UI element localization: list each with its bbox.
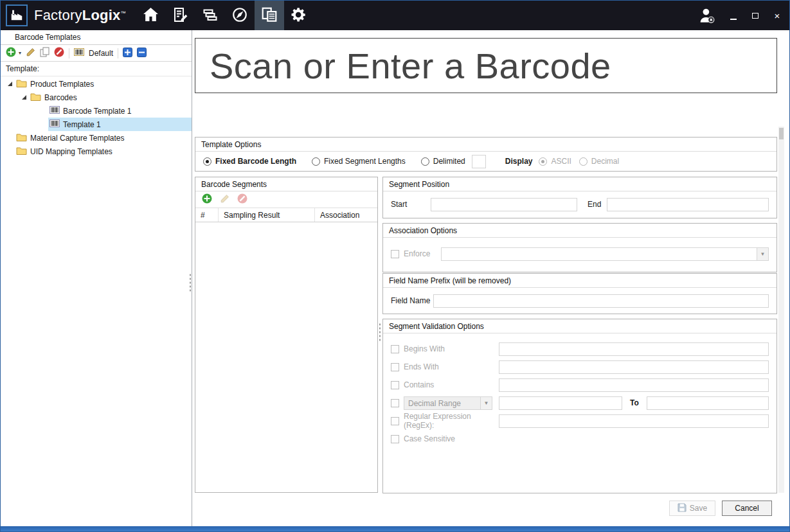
tree-item-barcodes[interactable]: Barcodes bbox=[1, 91, 192, 104]
regex-input[interactable] bbox=[499, 414, 769, 428]
radio-fixed-segment-lengths[interactable]: Fixed Segment Lengths bbox=[312, 157, 406, 166]
radio-delimited[interactable]: Delimited bbox=[421, 157, 465, 166]
template-label: Template: bbox=[1, 62, 192, 76]
group-title: Segment Position bbox=[383, 177, 777, 191]
edit-segment-button[interactable] bbox=[220, 194, 229, 206]
enforce-label: Enforce bbox=[404, 249, 441, 258]
enforce-checkbox[interactable] bbox=[391, 250, 399, 258]
vertical-scrollbar[interactable] bbox=[778, 127, 784, 493]
chevron-down-icon[interactable]: ▼ bbox=[480, 397, 492, 409]
delimiter-input[interactable] bbox=[472, 155, 486, 168]
radio-dot bbox=[579, 157, 588, 166]
scrollbar-thumb[interactable] bbox=[779, 128, 784, 139]
selected-tree-item[interactable]: Template 1 bbox=[48, 118, 192, 131]
panel-splitter-handle[interactable] bbox=[379, 323, 381, 342]
default-barcode-icon[interactable] bbox=[74, 48, 84, 58]
combo-value: Decimal Range bbox=[408, 397, 461, 410]
remove-segment-button[interactable] bbox=[237, 193, 247, 206]
radio-ascii[interactable]: ASCII bbox=[539, 157, 571, 166]
sidebar-splitter-handle[interactable] bbox=[189, 273, 192, 292]
edit-template-button[interactable] bbox=[26, 48, 35, 59]
contains-checkbox[interactable] bbox=[391, 381, 399, 389]
add-template-button[interactable] bbox=[6, 47, 16, 59]
end-label: End bbox=[588, 200, 603, 209]
tree-item-product-templates[interactable]: Product Templates bbox=[1, 77, 192, 91]
contains-input[interactable] bbox=[499, 378, 769, 392]
minimize-button[interactable] bbox=[729, 11, 738, 20]
start-label: Start bbox=[391, 200, 431, 209]
barcode-segments-panel: Barcode Segments # Sampling Result Ass bbox=[195, 177, 378, 493]
begins-with-checkbox[interactable] bbox=[391, 345, 399, 353]
range-from-input[interactable] bbox=[499, 396, 622, 410]
ends-with-label: Ends With bbox=[404, 362, 439, 371]
tree-item-label: Template 1 bbox=[63, 120, 101, 129]
maximize-button[interactable] bbox=[751, 11, 760, 20]
display-label: Display bbox=[505, 157, 533, 166]
copy-template-button[interactable] bbox=[40, 47, 49, 59]
app-logo-icon bbox=[6, 4, 28, 26]
expand-all-button[interactable] bbox=[123, 48, 132, 59]
column-num[interactable]: # bbox=[195, 208, 219, 222]
add-dropdown-icon[interactable]: ▾ bbox=[19, 50, 21, 56]
template-options-row: Fixed Barcode Length Fixed Segment Lengt… bbox=[195, 152, 777, 171]
tree-item-barcode-template-1[interactable]: Barcode Template 1 bbox=[1, 104, 192, 118]
range-row: Decimal Range ▼ To bbox=[383, 394, 777, 412]
radio-decimal[interactable]: Decimal bbox=[579, 157, 619, 166]
column-sampling-result[interactable]: Sampling Result bbox=[219, 208, 315, 222]
ends-with-checkbox[interactable] bbox=[391, 363, 399, 371]
range-checkbox[interactable] bbox=[391, 399, 399, 407]
field-name-label: Field Name bbox=[391, 296, 433, 305]
end-input[interactable] bbox=[607, 198, 769, 211]
barcode-icon bbox=[49, 120, 60, 129]
barcode-scan-input[interactable]: Scan or Enter a Barcode bbox=[195, 38, 777, 93]
remove-template-button[interactable] bbox=[54, 47, 64, 59]
collapse-all-button[interactable] bbox=[137, 48, 147, 59]
association-combobox[interactable]: ▼ bbox=[441, 247, 769, 261]
case-sensitive-checkbox[interactable] bbox=[391, 435, 399, 443]
expander-icon[interactable] bbox=[20, 93, 29, 102]
ends-with-input[interactable] bbox=[499, 360, 769, 374]
field-name-row: Field Name bbox=[383, 288, 777, 314]
segment-validation-group: Segment Validation Options Begins With E… bbox=[382, 319, 777, 493]
cancel-button[interactable]: Cancel bbox=[722, 501, 772, 516]
nav-quality[interactable] bbox=[225, 1, 255, 30]
contains-row: Contains bbox=[383, 376, 777, 394]
expander-icon[interactable] bbox=[6, 80, 15, 89]
app-window: FactoryLogix™ bbox=[0, 0, 790, 532]
user-logout-icon[interactable] bbox=[698, 8, 716, 23]
tree-item-material-capture-templates[interactable]: Material Capture Templates bbox=[1, 131, 192, 145]
field-name-input[interactable] bbox=[433, 294, 769, 308]
chevron-down-icon[interactable]: ▼ bbox=[757, 248, 768, 260]
template-options-group: Template Options Fixed Barcode Length Fi… bbox=[195, 137, 777, 172]
sidebar-title: Barcode Templates bbox=[1, 30, 192, 45]
nav-home[interactable] bbox=[136, 1, 166, 30]
tree-item-template-1[interactable]: Template 1 bbox=[1, 118, 192, 131]
main-content: Scan or Enter a Barcode Template Options… bbox=[192, 30, 789, 526]
regex-checkbox[interactable] bbox=[391, 417, 399, 425]
begins-with-input[interactable] bbox=[499, 342, 769, 356]
column-association[interactable]: Association bbox=[315, 208, 377, 222]
barcode-icon bbox=[49, 106, 60, 116]
radio-fixed-barcode-length[interactable]: Fixed Barcode Length bbox=[203, 157, 296, 166]
range-type-combobox[interactable]: Decimal Range ▼ bbox=[404, 396, 492, 410]
nav-production[interactable] bbox=[166, 1, 195, 30]
folder-icon bbox=[16, 133, 27, 143]
nav-settings[interactable] bbox=[284, 1, 314, 30]
nav-materials[interactable] bbox=[195, 1, 225, 30]
tree-item-label: Product Templates bbox=[30, 80, 94, 89]
save-icon bbox=[678, 503, 687, 514]
tree-item-label: Material Capture Templates bbox=[30, 134, 125, 143]
folder-icon bbox=[16, 79, 27, 89]
radio-label: Delimited bbox=[433, 157, 465, 166]
radio-dot bbox=[312, 157, 320, 166]
save-button[interactable]: Save bbox=[669, 501, 715, 516]
start-input[interactable] bbox=[431, 198, 577, 211]
segment-position-row: Start End bbox=[383, 191, 777, 217]
to-label: To bbox=[630, 398, 639, 407]
field-name-prefix-group: Field Name Prefix (will be removed) Fiel… bbox=[382, 273, 777, 314]
add-segment-button[interactable] bbox=[202, 193, 212, 206]
close-button[interactable]: × bbox=[773, 11, 782, 20]
tree-item-uid-mapping-templates[interactable]: UID Mapping Templates bbox=[1, 145, 192, 158]
nav-templates[interactable] bbox=[255, 1, 284, 30]
range-to-input[interactable] bbox=[647, 396, 769, 410]
